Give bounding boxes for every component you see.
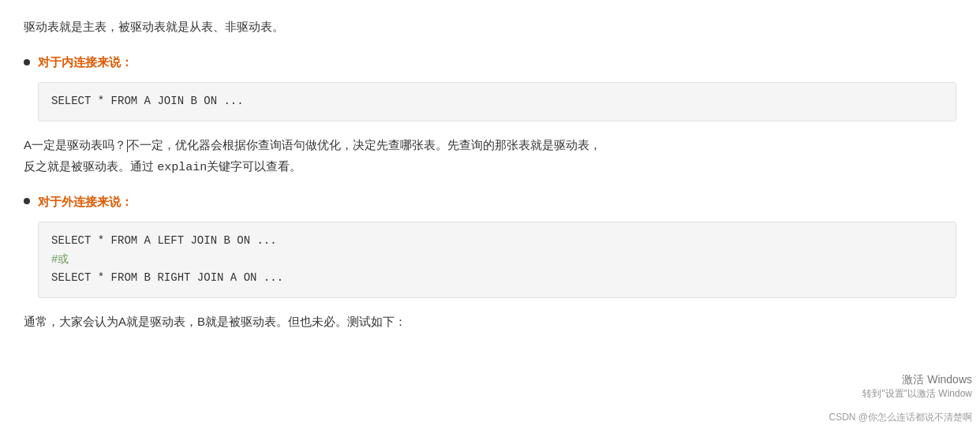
intro-text: 驱动表就是主表，被驱动表就是从表、非驱动表。	[24, 20, 284, 33]
explanation-text-before: A一定是驱动表吗？不一定，优化器会根据你查询语句做优化，决定先查哪张表。先查询的…	[24, 138, 601, 151]
final-paragraph-text: 通常，大家会认为A就是驱动表，B就是被驱动表。但也未必。测试如下：	[24, 315, 406, 328]
outer-join-code-line1: SELECT * FROM A LEFT JOIN B ON ...	[51, 232, 943, 251]
text-cursor	[127, 140, 128, 152]
bullet-icon-2	[24, 198, 30, 204]
csdn-watermark: CSDN @你怎么连话都说不清楚啊	[829, 411, 972, 424]
inner-join-code-block: SELECT * FROM A JOIN B ON ...	[38, 82, 956, 121]
outer-join-code-line2: SELECT * FROM B RIGHT JOIN A ON ...	[51, 269, 943, 288]
outer-join-section: 对于外连接来说： SELECT * FROM A LEFT JOIN B ON …	[24, 191, 956, 298]
outer-join-header: 对于外连接来说：	[24, 191, 956, 212]
inner-join-explanation: A一定是驱动表吗？不一定，优化器会根据你查询语句做优化，决定先查哪张表。先查询的…	[24, 134, 956, 178]
outer-join-title: 对于外连接来说：	[38, 191, 133, 212]
explanation-text-after: 反之就是被驱动表。通过 explain关键字可以查看。	[24, 159, 301, 173]
windows-activation-watermark: 激活 Windows 转到"设置"以激活 Window	[862, 373, 972, 401]
outer-join-code-wrapper: SELECT * FROM A LEFT JOIN B ON ... #或 SE…	[38, 222, 956, 298]
inner-join-header: 对于内连接来说：	[24, 51, 956, 73]
intro-paragraph: 驱动表就是主表，被驱动表就是从表、非驱动表。	[24, 16, 956, 37]
main-content: 驱动表就是主表，被驱动表就是从表、非驱动表。 对于内连接来说： SELECT *…	[0, 0, 980, 360]
inner-join-code: SELECT * FROM A JOIN B ON ...	[51, 95, 244, 107]
inner-join-title: 对于内连接来说：	[38, 51, 133, 73]
activate-line1: 激活 Windows	[862, 373, 972, 387]
explain-keyword: explain	[157, 161, 207, 174]
outer-join-code-comment: #或	[51, 251, 943, 270]
final-paragraph: 通常，大家会认为A就是驱动表，B就是被驱动表。但也未必。测试如下：	[24, 311, 956, 332]
bullet-icon	[24, 59, 30, 65]
csdn-watermark-text: CSDN @你怎么连话都说不清楚啊	[829, 412, 972, 423]
outer-join-code-block: SELECT * FROM A LEFT JOIN B ON ... #或 SE…	[38, 222, 956, 298]
inner-join-code-wrapper: SELECT * FROM A JOIN B ON ...	[38, 82, 956, 121]
inner-join-section: 对于内连接来说： SELECT * FROM A JOIN B ON ...	[24, 51, 956, 121]
activate-line2: 转到"设置"以激活 Window	[862, 387, 972, 401]
